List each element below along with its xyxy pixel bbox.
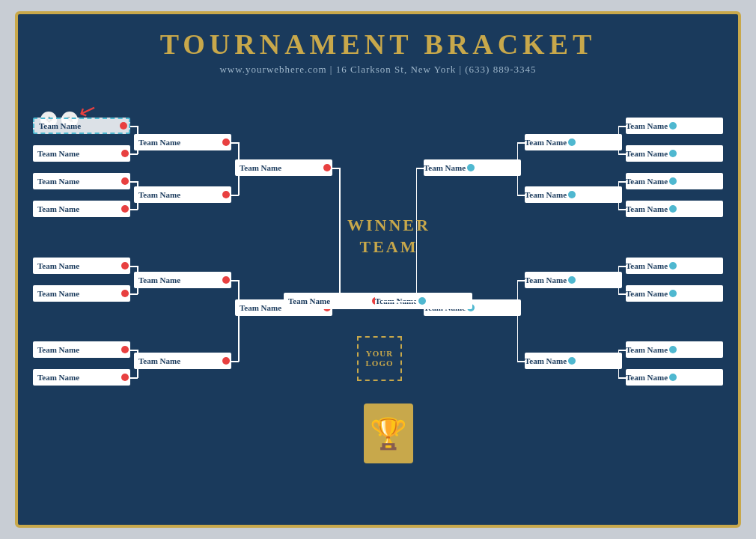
r2-t3[interactable]: Team Name <box>525 272 622 288</box>
r1-t5[interactable]: Team Name <box>626 258 723 274</box>
trophy: 🏆 <box>364 404 413 463</box>
conn-r1c <box>618 181 626 183</box>
conn-r2d <box>517 361 525 362</box>
conn-l1v2 <box>137 181 138 210</box>
bracket-area: Team Name Team Name Team Name Team Name … <box>18 82 738 525</box>
conn-l1v4 <box>137 350 138 378</box>
r3-t1[interactable]: Team Name <box>424 159 521 176</box>
logo-box[interactable]: YOUR LOGO <box>357 336 402 381</box>
conn-r1v4 <box>618 350 620 378</box>
conn-r1v1 <box>618 126 620 154</box>
conn-l3v <box>339 168 341 308</box>
l2-t1[interactable]: Team Name <box>134 134 231 150</box>
conn-r1f <box>618 293 626 295</box>
conn-r1e <box>618 266 626 267</box>
l1-t6[interactable]: Team Name <box>33 285 130 302</box>
l4-t1[interactable]: Team Name <box>284 293 381 309</box>
r1-t7[interactable]: Team Name <box>626 341 723 358</box>
bracket-subtitle: www.yourwebhere.com | 16 Clarkson St, Ne… <box>18 64 738 76</box>
conn-r1a <box>618 126 626 127</box>
conn-r2v1 <box>517 142 519 195</box>
conn-r2v2 <box>517 280 519 362</box>
l1-t1[interactable]: Team Name <box>33 118 130 134</box>
header: TOURNAMENT BRACKET www.yourwebhere.com |… <box>18 14 738 80</box>
winner-text: WINNER TEAM <box>347 215 430 258</box>
l3-t1[interactable]: Team Name <box>235 159 332 176</box>
l2-t3[interactable]: Team Name <box>134 272 231 288</box>
r1-t8[interactable]: Team Name <box>626 369 723 386</box>
l1-t7[interactable]: Team Name <box>33 341 130 358</box>
l2-t2[interactable]: Team Name <box>134 186 231 203</box>
conn-r3b <box>416 308 424 309</box>
conn-r1b <box>618 153 626 155</box>
conn-r3a <box>416 168 424 169</box>
conn-r1d <box>618 209 626 210</box>
conn-l4 <box>339 301 347 302</box>
l1-t8[interactable]: Team Name <box>33 369 130 386</box>
logo-text: YOUR LOGO <box>365 349 393 368</box>
conn-r2c <box>517 280 525 281</box>
conn-l1v1 <box>137 126 138 154</box>
conn-r1g <box>618 350 626 351</box>
l1-t4[interactable]: Team Name <box>33 201 130 217</box>
r2-t1[interactable]: Team Name <box>525 134 622 150</box>
r2-t2[interactable]: Team Name <box>525 186 622 203</box>
conn-l1v3 <box>137 266 138 294</box>
conn-r1v2 <box>618 181 620 210</box>
r1-t1[interactable]: Team Name <box>626 118 723 134</box>
l1-t5[interactable]: Team Name <box>33 258 130 274</box>
bracket-container: TOURNAMENT BRACKET www.yourwebhere.com |… <box>15 11 741 528</box>
conn-l2v2 <box>238 280 240 362</box>
r1-t3[interactable]: Team Name <box>626 173 723 189</box>
bracket-title: TOURNAMENT BRACKET <box>18 28 738 61</box>
conn-r2a <box>517 142 525 144</box>
conn-r1h <box>618 377 626 379</box>
r1-t2[interactable]: Team Name <box>626 145 723 162</box>
r1-t4[interactable]: Team Name <box>626 201 723 217</box>
conn-l2v1 <box>238 142 240 195</box>
l1-t2[interactable]: Team Name <box>33 145 130 162</box>
conn-center <box>381 301 415 302</box>
l2-t4[interactable]: Team Name <box>134 353 231 369</box>
conn-r1v3 <box>618 266 620 294</box>
l1-t3[interactable]: Team Name <box>33 173 130 189</box>
r2-t4[interactable]: Team Name <box>525 353 622 369</box>
conn-r2b <box>517 195 525 196</box>
r1-t6[interactable]: Team Name <box>626 285 723 302</box>
